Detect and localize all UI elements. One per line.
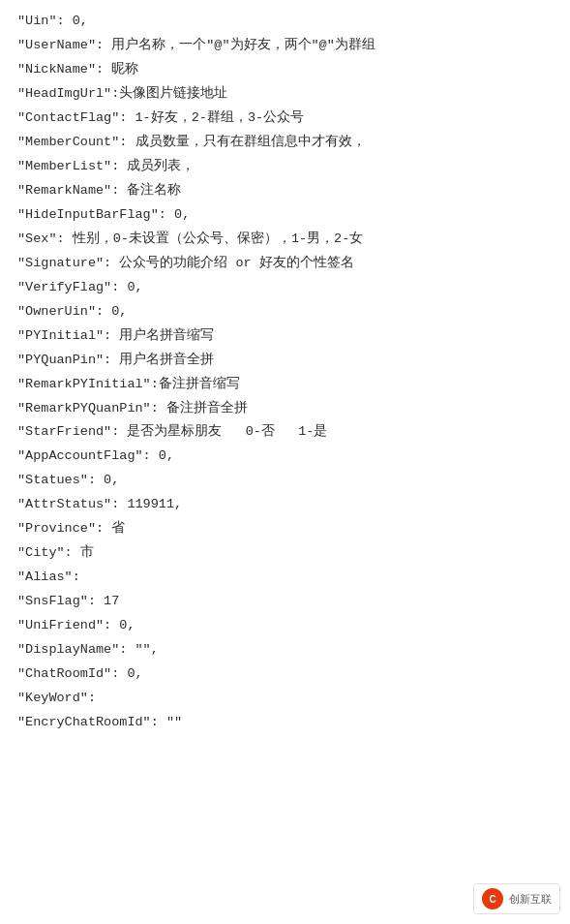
line-keyword: "KeyWord": — [17, 687, 553, 711]
watermark: C 创新互联 — [473, 883, 560, 914]
line-unifriend: "UniFriend": 0, — [17, 614, 553, 638]
line-memberlist: "MemberList": 成员列表， — [17, 155, 553, 179]
line-username: "UserName": 用户名称，一个"@"为好友，两个"@"为群组 — [17, 34, 553, 58]
line-remarkpyinitial: "RemarkPYInitial":备注拼音缩写 — [17, 373, 553, 397]
line-remarkname: "RemarkName": 备注名称 — [17, 179, 553, 203]
line-province: "Province": 省 — [17, 517, 553, 541]
line-pyinitial: "PYInitial": 用户名拼音缩写 — [17, 324, 553, 349]
line-headimgurl: "HeadImgUrl":头像图片链接地址 — [17, 82, 553, 107]
line-starfriend: "StarFriend": 是否为星标朋友 0-否 1-是 — [17, 420, 553, 445]
main-content: "Uin": 0,"UserName": 用户名称，一个"@"为好友，两个"@"… — [0, 0, 570, 793]
line-snsflag: "SnsFlag": 17 — [17, 590, 553, 614]
line-city: "City": 市 — [17, 541, 553, 566]
line-appaccountflag: "AppAccountFlag": 0, — [17, 445, 553, 469]
line-statues: "Statues": 0, — [17, 469, 553, 493]
line-pyquanpin: "PYQuanPin": 用户名拼音全拼 — [17, 349, 553, 373]
watermark-logo: C — [482, 888, 503, 909]
svg-text:C: C — [489, 894, 495, 905]
line-hideinputbarflag: "HideInputBarFlag": 0, — [17, 203, 553, 228]
line-verifyflag: "VerifyFlag": 0, — [17, 276, 553, 300]
line-owneruin: "OwnerUin": 0, — [17, 300, 553, 324]
line-sex: "Sex": 性别，0-未设置（公众号、保密），1-男，2-女 — [17, 228, 553, 252]
watermark-label: 创新互联 — [509, 892, 552, 907]
line-contactflag: "ContactFlag": 1-好友，2-群组，3-公众号 — [17, 107, 553, 131]
line-signature: "Signature": 公众号的功能介绍 or 好友的个性签名 — [17, 252, 553, 276]
line-displayname: "DisplayName": "", — [17, 638, 553, 662]
line-remarkpyquanpin: "RemarkPYQuanPin": 备注拼音全拼 — [17, 397, 553, 421]
line-uin: "Uin": 0, — [17, 10, 553, 34]
line-attrstatus: "AttrStatus": 119911, — [17, 493, 553, 517]
line-nickname: "NickName": 昵称 — [17, 58, 553, 82]
line-alias: "Alias": — [17, 566, 553, 590]
line-encrychatroomid: "EncryChatRoomId": "" — [17, 711, 553, 735]
line-chatroomid: "ChatRoomId": 0, — [17, 662, 553, 687]
line-membercount: "MemberCount": 成员数量，只有在群组信息中才有效， — [17, 131, 553, 155]
